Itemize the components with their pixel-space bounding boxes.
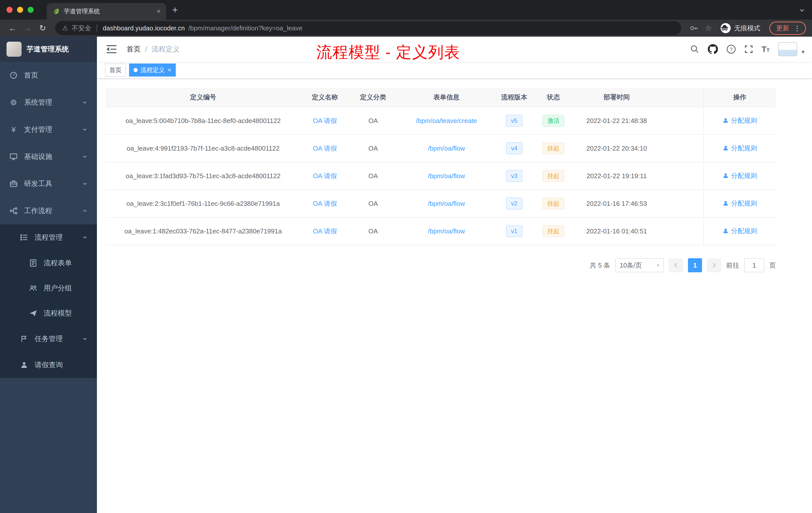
navbar: 首页 / 流程定义 流程模型 - 定义列表 ? bbox=[97, 37, 812, 62]
version-badge[interactable]: v1 bbox=[506, 225, 522, 237]
form-info-link[interactable]: /bpm/oa/flow bbox=[428, 145, 465, 152]
tab-search-chevron-icon[interactable] bbox=[799, 6, 805, 15]
url-field[interactable]: ⚠ 不安全 dashboard.yudao.iocoder.cn/bpm/man… bbox=[55, 21, 681, 35]
form-info-link[interactable]: /bpm/oa/leave/create bbox=[416, 117, 477, 124]
more-menu-icon[interactable]: ⋮ bbox=[794, 24, 801, 32]
form-info-link[interactable]: /bpm/oa/flow bbox=[428, 200, 465, 207]
forward-icon[interactable]: → bbox=[21, 24, 34, 33]
sidebar-item-payment[interactable]: ¥ 支付管理 bbox=[0, 116, 97, 143]
sidebar-item-infrastructure[interactable]: 基础设施 bbox=[0, 143, 97, 170]
version-badge[interactable]: v3 bbox=[506, 170, 522, 182]
breadcrumb-home[interactable]: 首页 bbox=[126, 44, 141, 54]
fullscreen-icon[interactable] bbox=[745, 45, 753, 54]
sidebar-item-process-form[interactable]: 流程表单 bbox=[0, 250, 97, 276]
favicon-leaf-icon bbox=[53, 8, 60, 15]
sidebar-item-process-model[interactable]: 流程模型 bbox=[0, 301, 97, 326]
sidebar-item-label: 系统管理 bbox=[24, 98, 76, 107]
pagination: 共 5 条 10条/页 ▾ 1 前往 页 bbox=[106, 258, 776, 272]
version-badge[interactable]: v5 bbox=[506, 115, 522, 126]
font-size-icon[interactable]: TT bbox=[761, 45, 770, 54]
workflow-icon bbox=[9, 207, 18, 215]
window-minimize-button[interactable] bbox=[17, 7, 23, 13]
form-info-link[interactable]: /bpm/oa/flow bbox=[428, 172, 465, 180]
sidebar-item-task-management[interactable]: 任务管理 bbox=[0, 326, 97, 352]
tag-home[interactable]: 首页 bbox=[105, 63, 126, 77]
page-size-select[interactable]: 10条/页 ▾ bbox=[615, 258, 664, 272]
window-close-button[interactable] bbox=[6, 7, 12, 13]
page-number-button[interactable]: 1 bbox=[688, 258, 702, 272]
person-icon bbox=[20, 361, 28, 369]
tab-close-icon[interactable]: × bbox=[155, 7, 162, 15]
tag-process-definition[interactable]: 流程定义 × bbox=[129, 63, 176, 77]
cell-filler bbox=[659, 190, 703, 217]
user-avatar[interactable] bbox=[778, 42, 797, 56]
page-content: 定义编号 定义名称 定义分类 表单信息 流程版本 状态 部署时间 操作 bbox=[97, 79, 812, 513]
url-separator bbox=[97, 25, 97, 32]
definition-name-link[interactable]: OA 请假 bbox=[313, 200, 337, 207]
col-definition-id: 定义编号 bbox=[106, 88, 301, 107]
bookmark-star-icon[interactable]: ☆ bbox=[705, 23, 712, 33]
new-tab-button[interactable]: + bbox=[172, 4, 178, 15]
sidebar-item-system[interactable]: 系统管理 bbox=[0, 89, 97, 116]
address-bar: ← → ↻ ⚠ 不安全 dashboard.yudao.iocoder.cn/b… bbox=[0, 20, 812, 37]
assign-rule-link[interactable]: 分配规则 bbox=[723, 199, 757, 208]
definition-name-link[interactable]: OA 请假 bbox=[313, 145, 337, 152]
prev-page-button[interactable] bbox=[669, 258, 683, 272]
version-badge[interactable]: v4 bbox=[506, 142, 522, 154]
status-badge: 挂起 bbox=[542, 225, 564, 237]
definition-name-link[interactable]: OA 请假 bbox=[313, 172, 337, 180]
definition-name-link[interactable]: OA 请假 bbox=[313, 117, 337, 124]
cell-category: OA bbox=[349, 217, 397, 245]
form-info-link[interactable]: /bpm/oa/flow bbox=[428, 228, 465, 235]
back-icon[interactable]: ← bbox=[6, 24, 19, 33]
browser-tab[interactable]: 芋道管理系统 × bbox=[47, 3, 166, 20]
assign-rule-link[interactable]: 分配规则 bbox=[723, 116, 757, 125]
workflow-submenu: 流程管理 流程表单 用户分组 bbox=[0, 224, 97, 378]
next-page-button[interactable] bbox=[707, 258, 721, 272]
reload-icon[interactable]: ↻ bbox=[36, 23, 49, 33]
cell-category: OA bbox=[349, 190, 397, 217]
cell-category: OA bbox=[349, 134, 397, 162]
sidebar-item-dev-tools[interactable]: 研发工具 bbox=[0, 170, 97, 197]
sidebar-item-leave-query[interactable]: 请假查询 bbox=[0, 352, 97, 378]
assign-rule-link[interactable]: 分配规则 bbox=[723, 144, 757, 153]
sidebar-fold-icon[interactable] bbox=[105, 45, 118, 54]
col-operation: 操作 bbox=[703, 88, 776, 107]
definition-table: 定义编号 定义名称 定义分类 表单信息 流程版本 状态 部署时间 操作 bbox=[106, 88, 776, 245]
assign-rule-link[interactable]: 分配规则 bbox=[723, 172, 757, 180]
tab-title: 芋道管理系统 bbox=[64, 7, 151, 15]
cell-filler bbox=[659, 107, 703, 134]
sidebar-item-label: 研发工具 bbox=[24, 179, 76, 188]
help-icon[interactable]: ? bbox=[726, 44, 736, 54]
assign-rule-link[interactable]: 分配规则 bbox=[723, 227, 757, 235]
key-icon[interactable] bbox=[690, 24, 698, 32]
breadcrumb: 首页 / 流程定义 bbox=[126, 44, 180, 54]
chrome-update-button[interactable]: 更新 ⋮ bbox=[769, 22, 806, 35]
user-icon bbox=[723, 228, 729, 234]
incognito-label: 无痕模式 bbox=[734, 24, 760, 33]
version-badge[interactable]: v2 bbox=[506, 198, 522, 209]
window-zoom-button[interactable] bbox=[28, 7, 34, 13]
logo-title: 芋道管理系统 bbox=[27, 44, 69, 54]
tag-label: 首页 bbox=[110, 66, 121, 74]
user-icon bbox=[723, 117, 729, 123]
tag-close-icon[interactable]: × bbox=[168, 66, 171, 73]
goto-page-input[interactable] bbox=[744, 258, 764, 272]
status-badge: 挂起 bbox=[542, 142, 564, 154]
chevron-up-icon bbox=[82, 235, 87, 240]
sidebar-item-label: 任务管理 bbox=[35, 334, 76, 343]
sidebar-logo[interactable]: 芋道管理系统 bbox=[0, 37, 97, 62]
search-icon[interactable] bbox=[690, 45, 699, 54]
sidebar-item-workflow[interactable]: 工作流程 bbox=[0, 197, 97, 224]
cell-definition-id: oa_leave:4:991f2193-7b7f-11ec-a3c8-acde4… bbox=[106, 134, 301, 162]
sidebar-item-process-management[interactable]: 流程管理 bbox=[0, 224, 97, 250]
sidebar-item-home[interactable]: 首页 bbox=[0, 62, 97, 89]
user-icon bbox=[723, 145, 729, 151]
sidebar-item-user-group[interactable]: 用户分组 bbox=[0, 276, 97, 301]
cell-deploy-time: 2022-01-16 17:46:53 bbox=[574, 190, 659, 217]
breadcrumb-separator: / bbox=[145, 45, 147, 53]
avatar-caret-icon[interactable]: ▾ bbox=[802, 49, 805, 56]
definition-name-link[interactable]: OA 请假 bbox=[313, 228, 337, 235]
goto-suffix: 页 bbox=[769, 261, 776, 270]
github-icon[interactable] bbox=[708, 44, 718, 54]
